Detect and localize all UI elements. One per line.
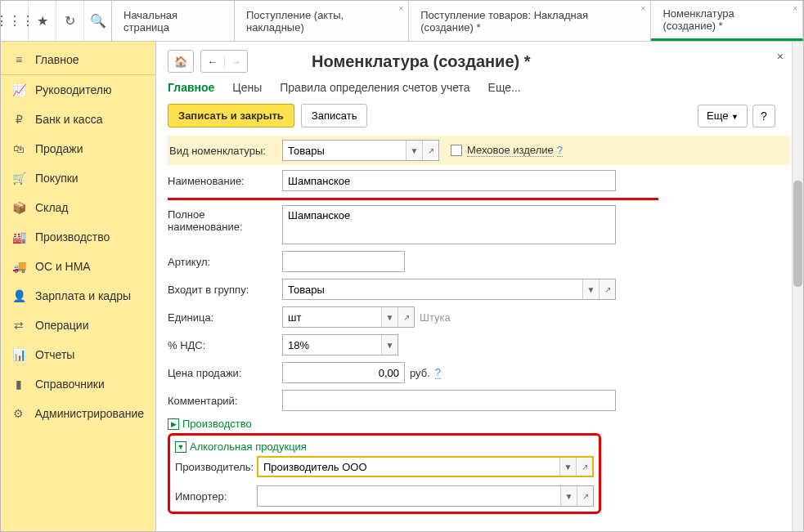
nav-buttons[interactable]: ←→ xyxy=(200,50,248,73)
clipboard-icon[interactable]: ↻ xyxy=(56,1,84,41)
alcohol-expander[interactable]: ▼ Алкогольная продукция xyxy=(175,440,594,453)
sidebar-item-reports[interactable]: 📊Отчеты xyxy=(1,340,155,369)
tab-label: Поступление (акты, накладные) xyxy=(246,9,395,34)
vat-label: % НДС: xyxy=(168,339,282,351)
star-icon[interactable]: ★ xyxy=(29,1,56,41)
save-button[interactable]: Записать xyxy=(301,104,368,127)
expand-icon: ▶ xyxy=(168,418,179,430)
group-combo[interactable]: ▼ ↗ xyxy=(282,279,616,300)
close-icon[interactable]: × xyxy=(398,4,403,13)
menu-icon: ≡ xyxy=(12,53,25,66)
tab-label: Номенклатура (создание) * xyxy=(663,7,789,32)
fur-checkbox[interactable] xyxy=(451,145,462,156)
bars-icon: 📊 xyxy=(12,348,25,361)
article-input[interactable] xyxy=(282,251,405,272)
chevron-down-icon[interactable]: ▼ xyxy=(582,279,599,299)
close-icon[interactable]: × xyxy=(793,4,797,13)
tab-invoice[interactable]: Поступление товаров: Накладная (создание… xyxy=(409,1,651,41)
sidebar-item-operations[interactable]: ⇄Операции xyxy=(1,311,155,340)
tab-nomenclature[interactable]: Номенклатура (создание) *× xyxy=(651,1,803,41)
importer-label: Импортер: xyxy=(175,490,257,503)
fullname-label: Полное наименование: xyxy=(168,205,282,233)
open-icon[interactable]: ↗ xyxy=(398,307,414,327)
manufacturer-combo[interactable]: ▼ ↗ xyxy=(257,456,594,477)
unit-combo[interactable]: ▼ ↗ xyxy=(282,306,415,328)
open-icon[interactable]: ↗ xyxy=(422,141,438,160)
book-icon: ▮ xyxy=(12,378,25,391)
tab-start[interactable]: Начальная страница xyxy=(112,1,235,41)
factory-icon: 🏭 xyxy=(12,230,25,244)
more-button[interactable]: Еще ▼ xyxy=(698,105,748,127)
open-icon[interactable]: ↗ xyxy=(599,279,615,299)
manufacturer-label: Производитель: xyxy=(175,461,257,473)
bag-icon: 🛍 xyxy=(12,142,25,155)
sidebar-item-bank[interactable]: ₽Банк и касса xyxy=(1,105,155,134)
fullname-input[interactable] xyxy=(282,205,616,244)
unit-input[interactable] xyxy=(283,307,381,327)
subtab-more[interactable]: Еще... xyxy=(488,81,521,94)
sidebar-item-admin[interactable]: ⚙Администрирование xyxy=(1,399,155,428)
subtab-rules[interactable]: Правила определения счетов учета xyxy=(280,81,469,94)
sidebar-item-salary[interactable]: 👤Зарплата и кадры xyxy=(1,281,155,311)
scrollbar-thumb[interactable] xyxy=(793,181,802,287)
tab-receipts[interactable]: Поступление (акты, накладные)× xyxy=(235,1,409,41)
fur-label: Меховое изделие xyxy=(467,144,554,157)
tab-label: Поступление товаров: Накладная (создание… xyxy=(420,9,637,34)
save-close-button[interactable]: Записать и закрыть xyxy=(168,104,294,127)
kind-label: Вид номенклатуры: xyxy=(168,145,282,157)
back-icon[interactable]: ← xyxy=(201,56,225,68)
name-input[interactable] xyxy=(282,170,616,191)
open-icon[interactable]: ↗ xyxy=(576,458,592,476)
group-input[interactable] xyxy=(283,279,582,299)
box-icon: 📦 xyxy=(12,201,25,214)
gear-icon: ⚙ xyxy=(12,407,25,420)
search-icon[interactable]: 🔍 xyxy=(84,1,112,41)
manufacturer-input[interactable] xyxy=(258,458,559,476)
person-icon: 👤 xyxy=(12,289,25,302)
chevron-down-icon[interactable]: ▼ xyxy=(406,141,422,160)
open-icon[interactable]: ↗ xyxy=(577,486,593,506)
apps-icon[interactable]: ⋮⋮⋮ xyxy=(1,1,29,41)
truck-icon: 🚚 xyxy=(12,260,25,273)
sidebar-item-sales[interactable]: 🛍Продажи xyxy=(1,134,155,163)
kind-combo[interactable]: ▼ ↗ xyxy=(282,140,439,161)
cart-icon: 🛒 xyxy=(12,172,25,185)
name-label: Наименование: xyxy=(168,175,282,187)
sidebar-item-warehouse[interactable]: 📦Склад xyxy=(1,193,155,222)
vat-combo[interactable]: ▼ xyxy=(282,334,398,355)
operations-icon: ⇄ xyxy=(12,319,25,332)
sidebar-item-assets[interactable]: 🚚ОС и НМА xyxy=(1,252,155,281)
close-icon[interactable]: × xyxy=(641,4,646,13)
price-input[interactable] xyxy=(282,362,405,383)
production-expander[interactable]: ▶ Производство xyxy=(168,418,790,430)
subtab-prices[interactable]: Цены xyxy=(232,81,262,94)
sidebar-item-purchases[interactable]: 🛒Покупки xyxy=(1,163,155,193)
highlight-line xyxy=(168,198,658,200)
kind-input[interactable] xyxy=(283,141,406,160)
comment-label: Комментарий: xyxy=(168,395,282,407)
scrollbar[interactable] xyxy=(792,42,803,531)
sidebar-item-main[interactable]: ≡Главное xyxy=(1,45,155,75)
price-help[interactable]: ? xyxy=(435,366,441,379)
sidebar-item-manager[interactable]: 📈Руководителю xyxy=(1,75,155,105)
sidebar: ≡Главное 📈Руководителю ₽Банк и касса 🛍Пр… xyxy=(1,42,156,531)
comment-input[interactable] xyxy=(282,390,616,411)
chevron-down-icon[interactable]: ▼ xyxy=(381,335,398,355)
vat-input[interactable] xyxy=(283,335,381,355)
chevron-down-icon[interactable]: ▼ xyxy=(559,458,576,476)
importer-combo[interactable]: ▼ ↗ xyxy=(257,485,594,507)
home-button[interactable]: 🏠 xyxy=(168,50,194,73)
ruble-icon: ₽ xyxy=(12,113,25,126)
fur-help[interactable]: ? xyxy=(557,144,563,157)
sidebar-item-dictionaries[interactable]: ▮Справочники xyxy=(1,369,155,399)
subtab-main[interactable]: Главное xyxy=(168,81,214,94)
importer-input[interactable] xyxy=(258,486,560,506)
page-title: Номенклатура (создание) * xyxy=(312,52,531,71)
group-label: Входит в группу: xyxy=(168,284,282,296)
help-button[interactable]: ? xyxy=(752,105,775,127)
chevron-down-icon[interactable]: ▼ xyxy=(560,486,577,506)
chevron-down-icon[interactable]: ▼ xyxy=(381,307,398,327)
sidebar-item-production[interactable]: 🏭Производство xyxy=(1,222,155,252)
forward-icon[interactable]: → xyxy=(225,56,248,68)
close-icon[interactable]: × xyxy=(777,50,784,63)
